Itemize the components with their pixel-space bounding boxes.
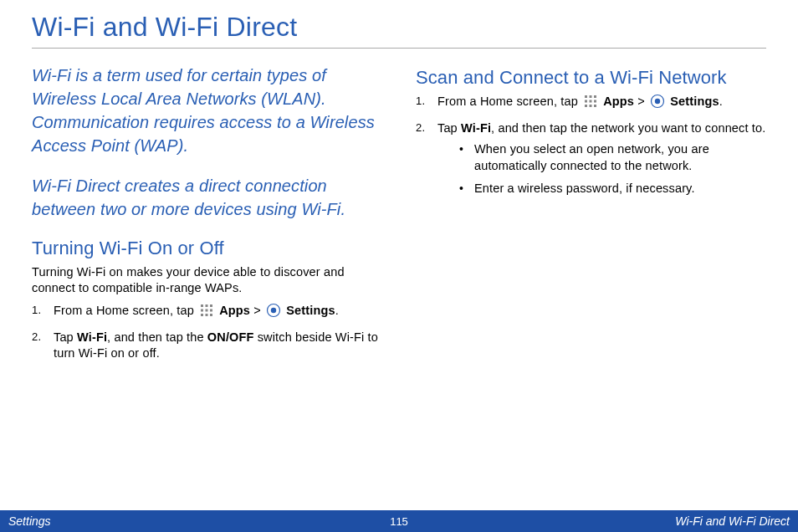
apps-label: Apps — [603, 95, 634, 108]
right-step-2: 2. Tap Wi-Fi, and then tap the network y… — [416, 120, 766, 197]
svg-rect-4 — [206, 309, 208, 312]
svg-rect-1 — [206, 304, 208, 307]
apps-label: Apps — [219, 304, 250, 317]
svg-rect-2 — [210, 304, 212, 307]
svg-rect-13 — [594, 95, 596, 98]
apps-icon — [583, 94, 598, 114]
apps-icon — [199, 303, 214, 323]
settings-label: Settings — [286, 304, 335, 317]
settings-icon — [266, 303, 281, 323]
intro-paragraph-1: Wi-Fi is a term used for certain types o… — [32, 64, 382, 157]
left-step-1: 1. From a Home screen, tap Apps > — [32, 303, 382, 323]
svg-rect-6 — [201, 314, 203, 316]
wifi-label: Wi-Fi — [461, 121, 491, 135]
svg-rect-7 — [206, 314, 208, 316]
bullet-password: Enter a wireless password, if necessary. — [437, 181, 766, 197]
step-text: Tap — [54, 330, 77, 344]
section-heading-turning-wifi: Turning Wi-Fi On or Off — [32, 238, 382, 259]
page-title: Wi-Fi and Wi-Fi Direct — [32, 12, 766, 49]
svg-point-10 — [271, 308, 276, 313]
wifi-label: Wi-Fi — [77, 330, 107, 344]
left-column: Wi-Fi is a term used for certain types o… — [32, 64, 382, 369]
step-text: , and then tap the network you want to c… — [491, 121, 765, 135]
left-step-2: 2. Tap Wi-Fi, and then tap the ON/OFF sw… — [32, 330, 382, 362]
svg-rect-19 — [594, 105, 596, 107]
right-column: Scan and Connect to a Wi-Fi Network 1. F… — [416, 64, 766, 369]
step-text: From a Home screen, tap — [437, 95, 581, 108]
svg-rect-3 — [201, 309, 203, 312]
svg-rect-15 — [590, 100, 592, 103]
right-step-1: 1. From a Home screen, tap Apps > — [416, 94, 766, 114]
footer-section-label: Settings — [8, 514, 51, 528]
page-footer: Settings 115 Wi-Fi and Wi-Fi Direct — [0, 510, 798, 532]
step-end: . — [719, 95, 723, 108]
page-number: 115 — [390, 515, 408, 528]
onoff-label: ON/OFF — [207, 330, 254, 344]
svg-rect-17 — [585, 105, 587, 107]
svg-rect-0 — [201, 304, 203, 307]
settings-label: Settings — [670, 95, 719, 108]
intro-paragraph-2: Wi-Fi Direct creates a direct connection… — [32, 174, 382, 221]
step-text: , and then tap the — [107, 330, 207, 344]
svg-rect-8 — [210, 314, 212, 316]
turning-wifi-description: Turning Wi-Fi on makes your device able … — [32, 264, 382, 296]
step-text: Tap — [437, 121, 461, 135]
step-text: From a Home screen, tap — [54, 304, 197, 317]
bullet-open-network: When you select an open network, you are… — [437, 141, 766, 174]
svg-rect-14 — [585, 100, 587, 103]
step-end: . — [335, 304, 339, 317]
step-separator: > — [637, 95, 648, 108]
svg-rect-18 — [590, 105, 592, 107]
settings-icon — [650, 94, 665, 114]
svg-rect-12 — [590, 95, 592, 98]
footer-topic-label: Wi-Fi and Wi-Fi Direct — [675, 514, 790, 528]
section-heading-scan-connect: Scan and Connect to a Wi-Fi Network — [416, 67, 766, 89]
svg-rect-16 — [594, 100, 596, 103]
svg-rect-5 — [210, 309, 212, 312]
svg-rect-11 — [585, 95, 587, 98]
svg-point-21 — [655, 99, 660, 104]
step-separator: > — [253, 304, 264, 317]
